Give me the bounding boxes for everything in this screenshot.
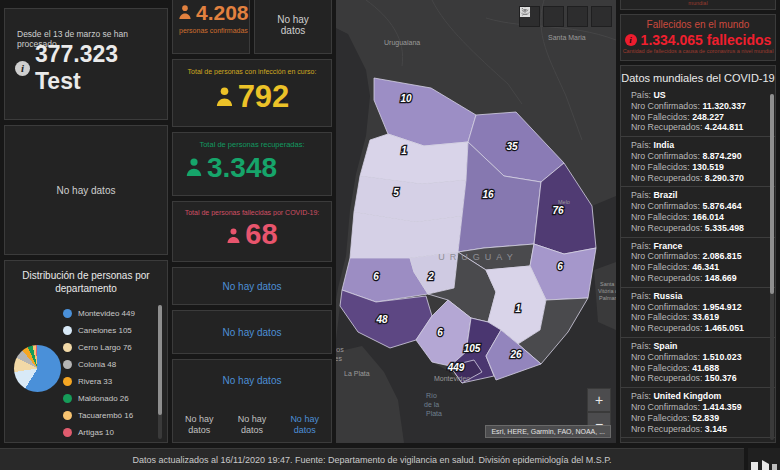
department-value-canelones: 105: [464, 343, 481, 354]
recovered-panel: Total de personas recuperadas: 3.348: [172, 132, 332, 196]
legend-label: Canelones 105: [78, 326, 132, 335]
distribution-title: Distribución de personas por departament…: [5, 269, 167, 295]
no-data-top-panel: No hay datos: [254, 0, 332, 54]
no-data-cell[interactable]: No hay datos: [281, 414, 329, 436]
legend-list: Montevideo 449Canelones 105Cerro Largo 7…: [63, 305, 153, 441]
country-stat-line: Nro Fallecidos: 248.227: [631, 112, 765, 123]
zoom-in-button[interactable]: +: [587, 388, 611, 412]
country-block: País: RussiaNro Confirmados: 1.954.912Nr…: [621, 287, 775, 337]
world-confirmed-panel: Cantidad total de casos confirmados de c…: [620, 0, 776, 10]
svg-text:Río: Río: [426, 392, 437, 399]
country-stat-line: Nro Confirmados: 11.320.337: [631, 101, 765, 112]
legend-item[interactable]: Artigas 10: [63, 424, 153, 441]
distribution-title-line1: Distribución de personas por: [19, 269, 153, 282]
legend-item[interactable]: Rivera 33: [63, 373, 153, 390]
legend-item[interactable]: Montevideo 449: [63, 305, 153, 322]
legend-scrollbar[interactable]: [158, 305, 162, 439]
person-icon: [226, 218, 241, 251]
world-deaths-value: 1.334.065 fallecidos: [641, 32, 772, 48]
label-santa-maria: Santa Maria: [548, 34, 586, 41]
department-value-paysandu: 5: [393, 187, 399, 198]
active-value: 792: [238, 79, 290, 115]
deaths-value: 68: [245, 218, 277, 251]
legend-label: Artigas 10: [78, 428, 114, 437]
map-toolbar: [519, 6, 612, 27]
world-scrollbar-thumb[interactable]: [770, 94, 774, 294]
country-stat-line: Nro Fallecidos: 33.619: [631, 312, 765, 323]
legend-item[interactable]: Cerro Largo 76: [63, 339, 153, 356]
country-stat-line: Nro Recuperados: 4.244.811: [631, 122, 765, 133]
person-icon: [185, 152, 203, 184]
info-icon: i: [625, 34, 637, 46]
svg-text:Santa: Santa: [600, 281, 615, 287]
department-value-salto: 1: [401, 145, 407, 156]
no-data-text: No hay datos: [223, 327, 282, 338]
distribution-title-line2: departamento: [19, 282, 153, 295]
country-stat-line: Nro Confirmados: 1.954.912: [631, 302, 765, 313]
label-uruguaiana: Uruguaiana: [384, 39, 420, 47]
legend-label: Rivera 33: [78, 377, 112, 386]
legend-label: Maldonado 26: [78, 394, 129, 403]
country-stat-line: Nro Confirmados: 2.086.815: [631, 251, 765, 262]
basemap-button[interactable]: [591, 6, 612, 27]
legend-item[interactable]: Canelones 105: [63, 322, 153, 339]
dashboard: Desde el 13 de marzo se han procesado i …: [0, 0, 780, 470]
country-block: País: USNro Confirmados: 11.320.337Nro F…: [621, 87, 775, 136]
no-data-panel-3: No hay datos No hay datosNo hay datosNo …: [172, 359, 332, 443]
distribution-panel: Distribución de personas por departament…: [4, 260, 168, 443]
confirmed-panel: 4.208 personas confirmadas: [172, 0, 250, 54]
legend-item[interactable]: Maldonado 26: [63, 390, 153, 407]
department-value-colonia: 48: [375, 314, 388, 325]
legend-list-button[interactable]: [543, 6, 564, 27]
label-la-plata: La Plata: [344, 370, 370, 377]
department-pie-chart[interactable]: [14, 345, 61, 392]
country-block: País: FranceNro Confirmados: 2.086.815Nr…: [621, 237, 775, 287]
legend-item[interactable]: Colonia 48: [63, 356, 153, 373]
legend-color-dot: [63, 428, 72, 437]
legend-item[interactable]: Tacuarembó 16: [63, 407, 153, 424]
deaths-panel: Total de personas fallecidas por COVID-1…: [172, 201, 332, 262]
world-confirmed-note: Cantidad total de casos confirmados de c…: [621, 0, 775, 9]
country-block: País: SpainNro Confirmados: 1.510.023Nro…: [621, 337, 775, 387]
no-data-row: No hay datosNo hay datosNo hay datos: [173, 414, 331, 436]
department-value-sanjose: 6: [437, 327, 443, 338]
label-country: URUGUAY: [438, 252, 517, 262]
world-scrollbar[interactable]: [770, 94, 774, 440]
label-montevideo-city: Montevideo: [434, 375, 470, 382]
footer-logo: [748, 448, 780, 470]
country-stat-line: País: Brazil: [631, 190, 765, 201]
uruguay-map[interactable]: Uruguaiana Santa Maria Melo URUGUAY La P…: [336, 0, 616, 443]
legend-color-dot: [63, 360, 72, 369]
svg-text:Aires: Aires: [336, 355, 342, 362]
department-value-treintaytres: 6: [557, 261, 563, 272]
recovered-value: 3.348: [207, 152, 277, 184]
world-deaths-title: Fallecidos en el mundo: [621, 19, 775, 30]
country-stat-line: Nro Confirmados: 1.414.359: [631, 402, 765, 413]
partial-logo-icon: [748, 448, 780, 470]
country-list: País: USNro Confirmados: 11.320.337Nro F…: [621, 87, 775, 443]
country-stat-line: Nro Fallecidos: 41.688: [631, 363, 765, 374]
country-block: País: ArgentinaNro Confirmados: 1.310.49…: [621, 437, 775, 443]
department-value-maldonado: 26: [509, 349, 522, 360]
legend-label: Colonia 48: [78, 360, 116, 369]
no-data-panel-1: No hay datos: [172, 267, 332, 305]
world-data-title: Datos mundiales del COVID-19: [621, 66, 775, 87]
department-value-artigas: 10: [400, 93, 412, 104]
country-stat-line: Nro Fallecidos: 130.519: [631, 162, 765, 173]
svg-text:Palmar: Palmar: [599, 295, 616, 301]
layers-button[interactable]: [567, 6, 588, 27]
country-stat-line: País: Spain: [631, 341, 765, 352]
country-stat-line: País: United Kingdom: [631, 391, 765, 402]
legend-scrollbar-thumb[interactable]: [158, 305, 162, 415]
country-stat-line: Nro Recuperados: 150.376: [631, 373, 765, 384]
svg-text:de la: de la: [424, 401, 439, 408]
department-value-soriano: 6: [373, 271, 379, 282]
confirmed-label: personas confirmadas: [173, 27, 249, 34]
department-value-flores: 2: [427, 271, 434, 282]
footer-text: Datos actualizados al 16/11/2020 19:47. …: [133, 455, 612, 465]
legend-label: Tacuarembó 16: [78, 411, 133, 420]
country-block: País: BrazilNro Confirmados: 5.876.464Nr…: [621, 186, 775, 236]
country-stat-line: Nro Fallecidos: 46.341: [631, 262, 765, 273]
country-stat-line: Nro Recuperados: 148.669: [631, 273, 765, 284]
svg-text:Plata: Plata: [426, 410, 442, 417]
